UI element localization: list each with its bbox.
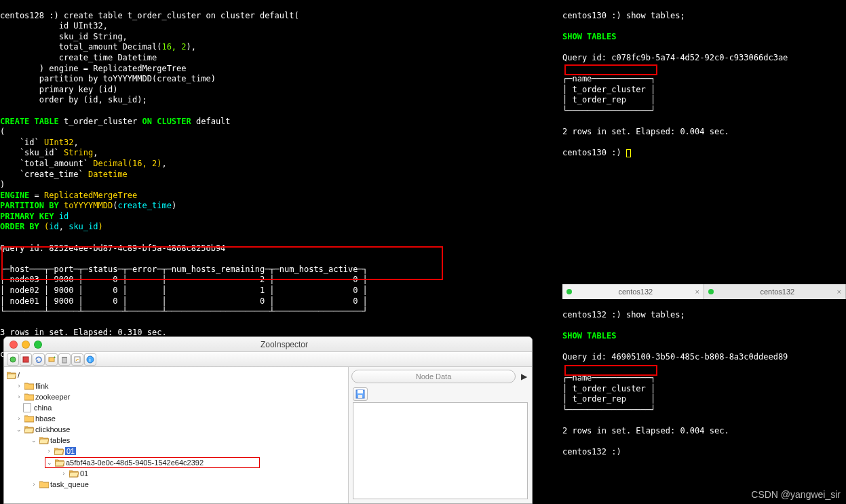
query-id: Query id: 46905100-3b50-485c-b808-8a3c0d… [562, 352, 788, 362]
tree-item-china[interactable]: china [4, 402, 348, 413]
tree-item-hbase[interactable]: ›hbase [4, 413, 348, 424]
save-button[interactable] [353, 387, 368, 401]
expand-icon[interactable]: › [15, 383, 23, 389]
tree-item-01-selected[interactable]: ›01 [4, 446, 348, 457]
collapse-icon[interactable]: ⌄ [30, 437, 38, 444]
watermark: CSDN @yangwei_sir [751, 489, 841, 500]
terminal-centos132[interactable]: centos132 :) show tables; SHOW TABLES Qu… [562, 299, 846, 458]
minimize-window-icon[interactable] [22, 341, 30, 349]
kw-pk: PRIMARY KEY [0, 212, 59, 221]
svg-rect-11 [358, 395, 362, 398]
ident: default [196, 117, 231, 126]
tab-label: centos132 [718, 288, 837, 296]
about-button[interactable]: i [84, 353, 96, 366]
tree-item-clickhouse[interactable]: ⌄clickhouse [4, 424, 348, 435]
ident: sku_id [69, 222, 98, 231]
collapse-icon[interactable]: ⌄ [45, 459, 54, 466]
delete-node-button[interactable] [58, 353, 71, 366]
tree-label: zookeeper [35, 393, 70, 401]
folder-icon [39, 480, 49, 488]
disconnect-button[interactable] [20, 353, 32, 366]
col: `id` [0, 138, 44, 147]
kw-order: ORDER BY [0, 222, 44, 231]
line: centos132 :) show tables; [562, 310, 685, 319]
sql-line: id UInt32, [0, 21, 108, 31]
sql-line: sku_id String, [0, 32, 128, 41]
status-dot-icon [566, 289, 572, 294]
table-border: └─────────────────┘ [562, 106, 655, 115]
table-border: ┌─name────────────┐ [562, 74, 655, 83]
paren: ) [98, 222, 103, 231]
tree-label: flink [35, 382, 49, 390]
window-controls [9, 341, 42, 349]
folder-open-icon [55, 459, 64, 467]
kw-partition: PARTITION BY [0, 201, 64, 210]
arg: create_time [117, 201, 171, 210]
type: String [64, 148, 93, 157]
highlight-box-tordercluster-132 [564, 365, 657, 376]
table-row: │ t_order_rep │ [562, 95, 655, 104]
node-viewers-button[interactable] [71, 353, 83, 366]
data-pane: Node Data ▶ [349, 367, 532, 503]
window-title: ZooInspector [42, 340, 526, 349]
prompt: centos128 :) [0, 11, 64, 20]
kw-engine: ENGINE [0, 191, 35, 200]
tree-item-01b[interactable]: ›01 [4, 468, 348, 479]
expand-icon[interactable]: › [15, 393, 23, 400]
col: `create_time` [0, 170, 88, 179]
tree-item-tables[interactable]: ⌄tables [4, 435, 348, 446]
expand-icon[interactable]: › [30, 481, 38, 488]
tree-label: tables [50, 436, 70, 444]
tree-label: hbase [35, 414, 56, 423]
ident: id [49, 222, 58, 231]
expand-icon[interactable]: › [15, 415, 23, 422]
connect-button[interactable] [7, 353, 19, 366]
tree-root[interactable]: / [4, 370, 348, 381]
tree-label: 01 [65, 447, 76, 455]
close-window-icon[interactable] [9, 341, 18, 349]
node-data-tab[interactable]: Node Data [351, 370, 516, 383]
terminal-centos130[interactable]: centos130 :) show tables; SHOW TABLES Qu… [562, 0, 846, 159]
collapse-icon[interactable]: ⌄ [15, 426, 23, 433]
tree-label: china [34, 404, 52, 412]
ident: id [59, 212, 69, 221]
add-node-button[interactable]: + [45, 353, 58, 366]
tree-item-taskqueue[interactable]: ›task_queue [4, 479, 348, 490]
node-data-textarea[interactable] [353, 402, 528, 499]
tab-label: centos132 [576, 288, 695, 296]
kw-show: SHOW TABLES [562, 32, 616, 41]
folder-icon [24, 414, 34, 423]
close-icon[interactable]: × [695, 288, 699, 296]
highlight-box-tordercluster-130 [564, 64, 657, 75]
tree-label: clickhouse [35, 425, 70, 433]
close-icon[interactable]: × [837, 288, 841, 296]
tree-item-uuid[interactable]: ⌄a5fbf4a3-0e0c-48d5-9405-1542e64c2392 [45, 457, 260, 468]
func: toYYYYMMDD [64, 201, 113, 210]
eq: = [35, 191, 44, 200]
sql-line: primary key (id) [0, 85, 117, 94]
tree-item-zookeeper[interactable]: ›zookeeper [4, 391, 348, 402]
tree-label: a5fbf4a3-0e0c-48d5-9405-1542e64c2392 [66, 459, 204, 467]
tree-label: / [18, 371, 20, 379]
prompt: centos130 :) [562, 148, 626, 157]
kw-oncluster: ON CLUSTER [142, 117, 196, 126]
col: `total_amount` [0, 159, 93, 168]
tab-bar: centos132× centos132× [562, 284, 846, 299]
refresh-button[interactable] [33, 353, 45, 366]
play-icon[interactable]: ▶ [518, 372, 529, 381]
ident: t_order_cluster [64, 117, 142, 126]
titlebar[interactable]: ZooInspector [4, 337, 532, 352]
tab-centos132-2[interactable]: centos132× [704, 284, 846, 299]
svg-rect-10 [358, 390, 363, 393]
type: UInt32 [44, 138, 73, 147]
expand-icon[interactable]: › [60, 470, 68, 477]
maximize-window-icon[interactable] [34, 341, 42, 349]
terminal-centos128[interactable]: centos128 :) create table t_order_cluste… [0, 0, 543, 360]
sql-line: total_amount Decimal( [0, 42, 161, 52]
expand-icon[interactable]: › [45, 448, 53, 454]
tab-centos132-1[interactable]: centos132× [562, 284, 704, 299]
sql-line: create table t_order_cluster on cluster … [64, 11, 299, 20]
tree-item-flink[interactable]: ›flink [4, 381, 348, 391]
tree-pane[interactable]: / ›flink ›zookeeper china ›hbase ⌄clickh… [4, 367, 349, 503]
type: Datetime [88, 170, 128, 179]
